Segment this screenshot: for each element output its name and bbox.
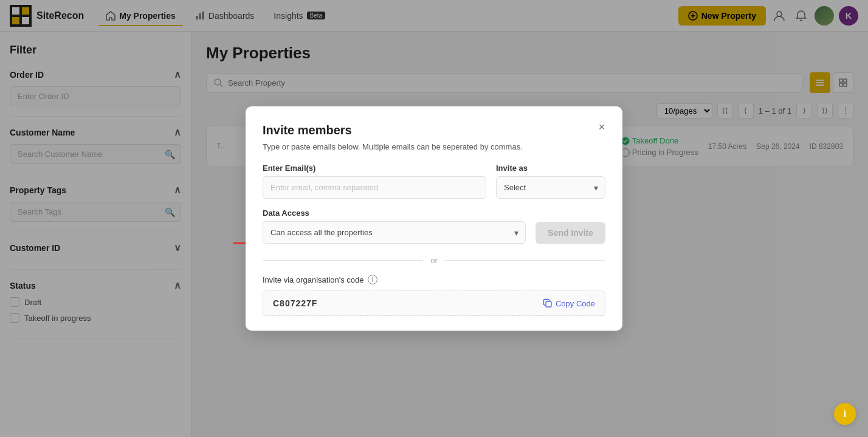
info-fab-button[interactable]: i <box>834 403 856 425</box>
modal-title: Invite members <box>263 123 605 137</box>
info-icon: i <box>368 275 377 284</box>
or-divider: or <box>263 256 605 265</box>
data-access-label: Data Access <box>263 208 526 218</box>
copy-code-button[interactable]: Copy Code <box>543 298 595 308</box>
invite-as-label: Invite as <box>496 163 605 173</box>
email-field: Enter Email(s) <box>263 163 486 199</box>
email-label: Enter Email(s) <box>263 163 486 173</box>
email-input[interactable] <box>263 176 486 199</box>
invite-as-select[interactable]: Select <box>496 176 605 199</box>
modal-close-button[interactable]: × <box>593 119 610 136</box>
svg-rect-24 <box>546 301 551 307</box>
modal-subtitle: Type or paste emails below. Multiple ema… <box>263 142 605 151</box>
copy-icon <box>543 298 553 308</box>
data-access-field: Data Access Can access all the propertie… <box>263 208 526 244</box>
org-code: C807227F <box>273 298 317 308</box>
modal-overlay[interactable]: Invite members Type or paste emails belo… <box>0 0 868 437</box>
code-box: C807227F Copy Code <box>263 291 605 316</box>
send-invite-button[interactable]: Send Invite <box>536 222 605 244</box>
invite-via-label: Invite via organisation's code i <box>263 275 605 284</box>
invite-modal: Invite members Type or paste emails belo… <box>246 106 622 331</box>
data-access-select[interactable]: Can access all the properties <box>263 221 526 244</box>
invite-as-field: Invite as Select <box>496 163 605 199</box>
